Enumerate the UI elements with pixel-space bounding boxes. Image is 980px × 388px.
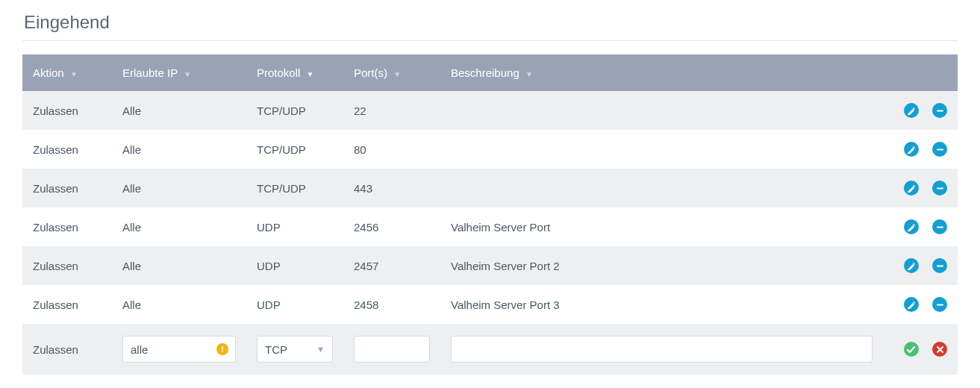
caret-down-icon: ▼ — [70, 70, 78, 78]
cell-aktion: Zulassen — [22, 246, 112, 285]
confirm-button[interactable] — [904, 342, 919, 357]
cell-actions — [883, 91, 958, 130]
table-row: Zulassen Alle TCP/UDP 80 — [22, 130, 958, 169]
cell-ip: Alle — [112, 169, 246, 207]
cell-beschreibung — [440, 169, 883, 207]
pencil-icon — [907, 107, 915, 115]
header-ports[interactable]: Port(s) ▼ — [343, 54, 440, 91]
caret-down-icon: ▼ — [184, 70, 191, 78]
cell-protokoll: UDP — [246, 285, 343, 324]
cell-ports: 2457 — [343, 246, 440, 285]
caret-down-icon: ▼ — [307, 70, 314, 78]
table-row: Zulassen Alle TCP/UDP 443 — [22, 169, 958, 207]
table-header-row: Aktion ▼ Erlaubte IP ▼ Protokoll ▼ Port(… — [22, 54, 958, 91]
cell-ip: Alle — [112, 246, 246, 285]
minus-icon — [936, 262, 944, 270]
cell-aktion: Zulassen — [22, 324, 112, 375]
cancel-button[interactable] — [932, 342, 947, 357]
section-divider — [22, 40, 958, 41]
header-aktion[interactable]: Aktion ▼ — [22, 54, 112, 91]
minus-icon — [936, 223, 944, 231]
pencil-icon — [907, 223, 915, 231]
caret-down-icon: ▼ — [525, 70, 533, 78]
minus-icon — [936, 301, 944, 309]
cell-protokoll: TCP/UDP — [246, 91, 343, 130]
remove-button[interactable] — [932, 103, 947, 118]
cell-aktion: Zulassen — [22, 207, 112, 246]
cell-ports: 2458 — [343, 285, 440, 324]
table-row: Zulassen Alle UDP 2457 Valheim Server Po… — [22, 246, 958, 285]
cell-aktion: Zulassen — [22, 130, 112, 169]
cell-protokoll: UDP — [246, 246, 343, 285]
table-row: Zulassen Alle UDP 2458 Valheim Server Po… — [22, 285, 958, 324]
pencil-icon — [907, 146, 915, 154]
header-ip-label: Erlaubte IP — [122, 66, 178, 79]
table-row: Zulassen Alle TCP/UDP 22 — [22, 91, 958, 130]
remove-button[interactable] — [932, 297, 947, 312]
cell-beschreibung — [440, 130, 883, 169]
cell-ip: Alle — [112, 285, 246, 324]
cell-actions — [883, 324, 958, 375]
header-actions — [883, 54, 958, 91]
remove-button[interactable] — [932, 181, 947, 195]
cell-beschreibung — [440, 91, 883, 130]
beschreibung-input[interactable] — [451, 336, 873, 363]
edit-button[interactable] — [904, 103, 919, 118]
firewall-table: Aktion ▼ Erlaubte IP ▼ Protokoll ▼ Port(… — [22, 54, 958, 375]
minus-icon — [936, 107, 944, 115]
cell-ports: 443 — [343, 169, 440, 207]
cell-beschreibung: Valheim Server Port 2 — [440, 246, 883, 285]
header-protokoll[interactable]: Protokoll ▼ — [246, 54, 343, 91]
cell-ip: Alle — [112, 91, 246, 130]
edit-button[interactable] — [904, 181, 919, 195]
cell-beschreibung: Valheim Server Port — [440, 207, 883, 246]
cell-actions — [883, 285, 958, 324]
edit-button[interactable] — [904, 297, 919, 312]
header-ports-label: Port(s) — [354, 66, 387, 79]
cell-ports: 22 — [343, 91, 440, 130]
cell-aktion: Zulassen — [22, 91, 112, 130]
cell-beschreibung-input — [440, 324, 883, 375]
cell-beschreibung: Valheim Server Port 3 — [440, 285, 883, 324]
table-row: Zulassen Alle UDP 2456 Valheim Server Po… — [22, 207, 958, 246]
cell-protokoll: UDP — [246, 207, 343, 246]
cell-actions — [883, 246, 958, 285]
cell-ip: Alle — [112, 130, 246, 169]
table-new-row: Zulassen ! TCP ▼ — [22, 324, 958, 375]
pencil-icon — [907, 301, 915, 309]
remove-button[interactable] — [932, 219, 947, 234]
section-title: Eingehend — [24, 12, 958, 33]
cell-actions — [883, 207, 958, 246]
header-ip[interactable]: Erlaubte IP ▼ — [112, 54, 246, 91]
cell-ports-input — [343, 324, 440, 375]
ports-input[interactable] — [354, 336, 430, 363]
pencil-icon — [907, 262, 915, 270]
cell-protokoll: TCP/UDP — [246, 130, 343, 169]
edit-button[interactable] — [904, 258, 919, 273]
header-aktion-label: Aktion — [33, 66, 64, 79]
cell-ports: 2456 — [343, 207, 440, 246]
edit-button[interactable] — [904, 219, 919, 234]
check-icon — [907, 345, 915, 354]
cell-aktion: Zulassen — [22, 169, 112, 207]
cell-protokoll-select: TCP ▼ — [246, 324, 343, 375]
minus-icon — [936, 184, 944, 193]
header-beschreibung[interactable]: Beschreibung ▼ — [440, 54, 883, 91]
cell-ip: Alle — [112, 207, 246, 246]
header-beschreibung-label: Beschreibung — [451, 66, 519, 79]
minus-icon — [936, 146, 944, 154]
remove-button[interactable] — [932, 258, 947, 273]
cell-protokoll: TCP/UDP — [246, 169, 343, 207]
cell-actions — [883, 169, 958, 207]
remove-button[interactable] — [932, 142, 947, 157]
protokoll-select[interactable]: TCP ▼ — [257, 336, 333, 363]
cell-ports: 80 — [343, 130, 440, 169]
x-icon — [936, 345, 944, 354]
cell-actions — [883, 130, 958, 169]
cell-ip-input: ! — [112, 324, 246, 375]
caret-down-icon: ▼ — [393, 70, 401, 78]
cell-aktion: Zulassen — [22, 285, 112, 324]
edit-button[interactable] — [904, 142, 919, 157]
header-protokoll-label: Protokoll — [257, 66, 300, 79]
caret-down-icon: ▼ — [316, 345, 325, 354]
